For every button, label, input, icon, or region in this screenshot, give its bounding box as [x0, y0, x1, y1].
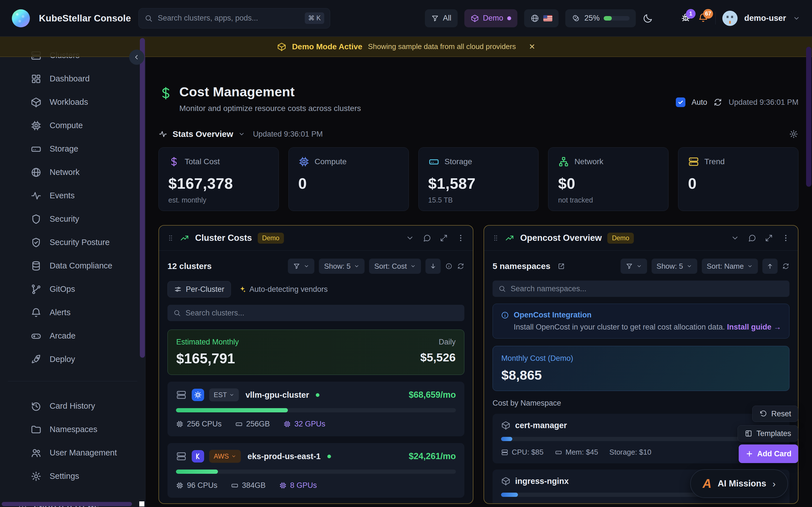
gear-icon	[31, 471, 42, 482]
sidebar-item-card-history[interactable]: Card History	[0, 394, 145, 418]
sidebar-item-settings[interactable]: Settings	[0, 464, 145, 488]
drive-icon	[428, 156, 440, 167]
user-avatar[interactable]	[722, 11, 738, 26]
info-icon[interactable]	[445, 263, 453, 270]
usage-meter[interactable]: 25%	[565, 9, 636, 27]
show-dropdown[interactable]: Show: 5	[319, 259, 364, 274]
kebab-menu-icon[interactable]	[781, 234, 790, 242]
refresh-icon[interactable]	[457, 263, 464, 270]
sidebar-item-storage[interactable]: Storage	[0, 137, 145, 161]
sidebar-item-data-compliance[interactable]: Data Compliance	[0, 254, 145, 277]
sort-dropdown[interactable]: Sort: Name	[702, 259, 758, 274]
demo-mode-button[interactable]: Demo	[464, 9, 517, 27]
chevron-down-icon[interactable]	[238, 131, 245, 137]
kebab-menu-icon[interactable]	[456, 234, 465, 242]
storage-cost: Storage: $5	[613, 504, 651, 504]
drag-handle-icon[interactable]	[167, 233, 174, 243]
divider	[715, 12, 716, 24]
refresh-icon[interactable]	[782, 263, 790, 270]
estimated-monthly-box: Estimated Monthly $165,791 Daily $5,526	[167, 330, 464, 375]
sort-direction-button[interactable]	[425, 259, 441, 274]
arrow-up-icon	[766, 263, 774, 270]
cluster-row[interactable]: AWS eks-prod-us-east-1 $24,261/mo 96 CPU…	[167, 443, 464, 498]
cluster-search-input[interactable]	[186, 309, 459, 318]
gear-icon[interactable]	[789, 129, 799, 139]
cube-icon	[31, 97, 42, 108]
per-cluster-toggle[interactable]: Per-Cluster	[167, 281, 231, 297]
provider-chip[interactable]: AWS	[209, 450, 241, 463]
comment-icon[interactable]	[423, 234, 431, 242]
reset-button[interactable]: Reset	[752, 406, 798, 422]
banner-close-button[interactable]: ✕	[529, 42, 536, 51]
sidebar-item-arcade[interactable]: Arcade	[0, 324, 145, 348]
install-guide-link[interactable]: Install guide →	[727, 323, 781, 331]
sidebar-item-events[interactable]: Events	[0, 184, 145, 207]
folder-icon	[31, 424, 42, 435]
memory-cost: Mem: $45	[555, 448, 598, 457]
servers-icon	[688, 156, 699, 167]
activity-icon	[31, 190, 42, 202]
cluster-search[interactable]	[167, 305, 464, 321]
add-card-button[interactable]: Add Card	[739, 445, 799, 463]
expand-icon[interactable]	[765, 234, 773, 242]
chevron-left-icon	[133, 54, 140, 61]
refresh-icon[interactable]	[713, 98, 722, 107]
sidebar-item-gitops[interactable]: GitOps	[0, 277, 145, 301]
sidebar-item-namespaces[interactable]: Namespaces	[0, 418, 145, 441]
locale-button[interactable]	[524, 9, 559, 27]
ai-missions-button[interactable]: A AI Missions ›	[690, 469, 788, 498]
sidebar-scrollbar[interactable]	[140, 38, 145, 358]
namespace-search-input[interactable]	[511, 284, 784, 293]
show-dropdown[interactable]: Show: 5	[652, 259, 697, 274]
gpu-stat: 32 GPUs	[283, 420, 325, 429]
namespace-search[interactable]	[493, 281, 790, 297]
sidebar-item-user-management[interactable]: User Management	[0, 441, 145, 464]
servers-icon	[176, 451, 187, 462]
sort-direction-button[interactable]	[762, 259, 777, 274]
sidebar-item-dashboard[interactable]: Dashboard	[0, 67, 145, 91]
main-scrollbar[interactable]	[806, 47, 811, 187]
bug-report-button[interactable]: 1	[680, 12, 691, 24]
globe-icon	[31, 167, 42, 178]
chevron-down-icon[interactable]	[731, 234, 739, 242]
expand-icon[interactable]	[440, 234, 448, 242]
globe-icon	[530, 14, 539, 23]
drag-handle-icon[interactable]	[492, 233, 499, 243]
cluster-row[interactable]: EST vllm-gpu-cluster $68,659/mo 256 CPUs	[167, 382, 464, 436]
global-search-input[interactable]	[158, 14, 300, 22]
chevron-down-icon[interactable]	[406, 234, 414, 242]
assistant-icon[interactable]	[660, 11, 673, 25]
provider-chip[interactable]: EST	[209, 388, 239, 401]
cluster-cost: $68,659/mo	[409, 390, 456, 400]
kubernetes-icon	[192, 450, 204, 462]
sidebar-item-security-posture[interactable]: Security Posture	[0, 231, 145, 254]
auto-refresh-checkbox[interactable]	[676, 98, 686, 107]
chevron-down-icon[interactable]	[793, 15, 800, 22]
sidebar-item-network[interactable]: Network	[0, 161, 145, 184]
notifications-button[interactable]: 67	[698, 12, 709, 24]
filter-button[interactable]	[288, 259, 314, 274]
sidebar-collapse-button[interactable]	[129, 50, 144, 65]
external-link-icon[interactable]	[557, 262, 566, 270]
dark-mode-toggle-icon[interactable]	[643, 13, 653, 24]
sidebar-item-deploy[interactable]: Deploy	[0, 348, 145, 371]
sidebar-item-security[interactable]: Security	[0, 207, 145, 231]
banner-message: Showing sample data from all cloud provi…	[368, 42, 516, 51]
pulse-icon	[158, 129, 167, 138]
templates-button[interactable]: Templates	[738, 425, 798, 442]
us-flag-icon	[543, 15, 552, 21]
comment-icon[interactable]	[748, 234, 756, 242]
demo-badge: Demo	[607, 233, 633, 244]
sidebar-item-workloads[interactable]: Workloads	[0, 91, 145, 114]
sort-dropdown[interactable]: Sort: Cost	[369, 259, 421, 274]
filter-all-button[interactable]: All	[425, 9, 458, 27]
scrollbar-corner	[139, 501, 144, 506]
sidebar-item-compute[interactable]: Compute	[0, 114, 145, 137]
check-icon	[677, 99, 684, 105]
sidebar-horizontal-scrollbar[interactable]	[2, 502, 132, 506]
sidebar-item-alerts[interactable]: Alerts	[0, 301, 145, 324]
sidebar-item-label: Events	[50, 191, 75, 200]
servers-icon	[176, 390, 187, 400]
filter-button[interactable]	[620, 259, 647, 274]
global-search[interactable]: ⌘ K	[139, 8, 330, 29]
